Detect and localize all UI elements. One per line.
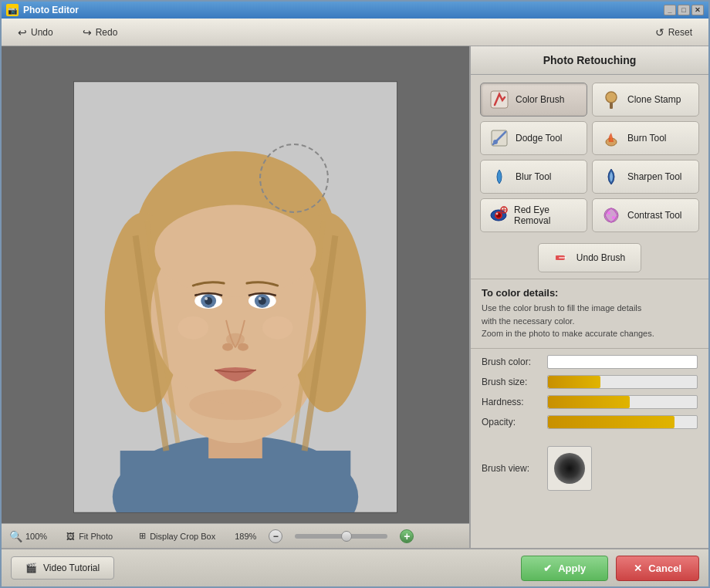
svg-point-25 [606, 92, 617, 103]
redo-button[interactable]: ↪ Redo [76, 23, 125, 42]
window-controls: _ □ ✕ [664, 5, 704, 15]
svg-point-39 [607, 211, 610, 215]
hardness-row: Hardness: [482, 395, 698, 409]
info-text: Use the color brush to fill the image de… [482, 302, 698, 340]
svg-point-29 [493, 140, 498, 144]
statusbar: 🔍 100% 🖼 Fit Photo ⊞ Display Crop Box 18… [2, 523, 469, 548]
brush-color-label: Brush color: [482, 357, 547, 367]
clone-stamp-label: Clone Stamp [627, 94, 681, 105]
svg-point-20 [238, 343, 248, 351]
clone-stamp-button[interactable]: Clone Stamp [592, 83, 699, 117]
brush-color-bar[interactable] [547, 355, 698, 369]
clone-stamp-icon [600, 89, 622, 110]
svg-point-23 [262, 316, 293, 340]
tools-grid: Color Brush Clone Stamp [471, 75, 708, 240]
crop-icon: ⊞ [139, 531, 146, 541]
sharpen-tool-button[interactable]: Sharpen Tool [592, 160, 699, 194]
blur-tool-button[interactable]: Blur Tool [480, 160, 587, 194]
zoom-slider[interactable] [295, 534, 387, 539]
brush-view-box [547, 446, 592, 491]
undo-icon: ↩ [18, 26, 27, 39]
cancel-label: Cancel [648, 563, 681, 574]
svg-rect-2 [120, 451, 351, 512]
cancel-x-icon: ✕ [634, 563, 642, 574]
video-icon: 🎬 [25, 563, 37, 573]
sharpen-tool-label: Sharpen Tool [627, 171, 682, 182]
brush-color-row: Brush color: [482, 355, 698, 369]
brush-size-label: Brush size: [482, 377, 547, 387]
burn-tool-button[interactable]: Burn Tool [592, 121, 699, 155]
zoom-icon: 🔍 [9, 530, 22, 542]
opacity-fill [548, 416, 674, 428]
zoom-level: 100% [25, 532, 47, 541]
opacity-label: Opacity: [482, 417, 547, 427]
opacity-row: Opacity: [482, 415, 698, 429]
undo-button[interactable]: ↩ Undo [11, 23, 60, 42]
svg-rect-26 [610, 103, 613, 109]
undo-label: Undo [31, 27, 53, 38]
contrast-tool-icon [600, 204, 622, 226]
fit-photo-button[interactable]: 🖼 Fit Photo [59, 529, 120, 544]
hardness-bar[interactable] [547, 395, 698, 409]
brush-view-label: Brush view: [482, 463, 547, 474]
bottom-bar: 🎬 Video Tutorial ✔ Apply ✕ Cancel [2, 548, 708, 586]
color-brush-button[interactable]: Color Brush [480, 83, 587, 117]
svg-point-40 [612, 216, 615, 219]
maximize-button[interactable]: □ [678, 5, 690, 15]
dodge-tool-label: Dodge Tool [516, 133, 563, 144]
svg-point-21 [189, 389, 281, 420]
apply-check-icon: ✔ [543, 563, 552, 574]
minimize-button[interactable]: _ [664, 5, 676, 15]
svg-point-22 [178, 316, 208, 340]
color-brush-icon [489, 89, 510, 110]
reset-icon: ↺ [655, 26, 664, 39]
zoom-value: 189% [235, 532, 256, 541]
undo-brush-button[interactable]: Undo Brush [538, 243, 641, 272]
close-button[interactable]: ✕ [691, 5, 704, 15]
red-eye-label: Red Eye Removal [514, 204, 579, 226]
blur-tool-label: Blur Tool [516, 171, 551, 182]
info-title: To color details: [482, 287, 698, 299]
crop-box-button[interactable]: ⊞ Display Crop Box [132, 528, 222, 544]
hardness-label: Hardness: [482, 397, 547, 407]
contrast-tool-label: Contrast Tool [627, 210, 681, 221]
apply-button[interactable]: ✔ Apply [521, 556, 608, 581]
cancel-button[interactable]: ✕ Cancel [616, 556, 699, 581]
brush-view-section: Brush view: [471, 441, 708, 505]
panel-header: Photo Retouching [471, 46, 708, 75]
brush-size-bar[interactable] [547, 375, 698, 389]
video-tutorial-button[interactable]: 🎬 Video Tutorial [11, 556, 114, 580]
panel-title: Photo Retouching [543, 54, 637, 66]
red-eye-button[interactable]: Red Eye Removal [480, 198, 587, 232]
svg-point-34 [496, 213, 499, 215]
toolbar: ↩ Undo ↪ Redo ↺ Reset [2, 19, 708, 46]
canvas-area[interactable]: 🔍 100% 🖼 Fit Photo ⊞ Display Crop Box 18… [2, 46, 469, 548]
red-eye-icon [489, 204, 509, 226]
brush-size-fill [548, 376, 600, 388]
opacity-bar[interactable] [547, 415, 698, 429]
contrast-tool-button[interactable]: Contrast Tool [592, 198, 699, 232]
svg-point-19 [222, 343, 233, 351]
undo-brush-row: Undo Brush [471, 240, 708, 279]
zoom-display: 🔍 100% [9, 530, 47, 542]
svg-point-13 [205, 297, 208, 300]
zoom-thumb [341, 531, 352, 542]
fit-photo-label: Fit Photo [79, 532, 113, 541]
zoom-in-button[interactable]: + [400, 529, 414, 543]
brush-view-row: Brush view: [482, 446, 698, 491]
zoom-out-button[interactable]: − [269, 529, 282, 543]
reset-button[interactable]: ↺ Reset [648, 23, 699, 42]
photo-container [73, 81, 397, 513]
fit-photo-icon: 🖼 [66, 532, 75, 541]
undo-brush-icon [554, 249, 571, 266]
app-icon: 📷 [6, 4, 19, 16]
blur-tool-icon [489, 166, 510, 188]
burn-tool-label: Burn Tool [627, 133, 666, 144]
brush-preview [554, 453, 585, 484]
svg-point-9 [155, 205, 316, 297]
dodge-tool-button[interactable]: Dodge Tool [480, 121, 587, 155]
svg-point-38 [604, 208, 618, 222]
undo-brush-label: Undo Brush [576, 252, 625, 263]
main-window: 📷 Photo Editor _ □ ✕ ↩ Undo ↪ Redo ↺ Res… [0, 0, 710, 588]
right-panel: Photo Retouching Color Brush [469, 46, 708, 548]
